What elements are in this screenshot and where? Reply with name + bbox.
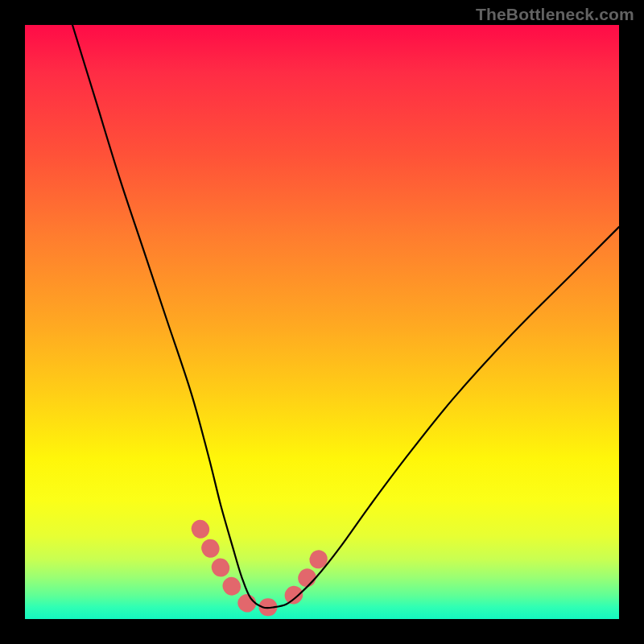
highlight-left-path [200,529,242,599]
highlight-segments [200,529,320,607]
highlight-right-path [294,559,320,596]
curve-layer [25,25,619,619]
bottleneck-curve-path [72,25,619,608]
watermark-text: TheBottleneck.com [476,5,634,24]
plot-area [25,25,619,619]
chart-stage: TheBottleneck.com [0,0,644,644]
